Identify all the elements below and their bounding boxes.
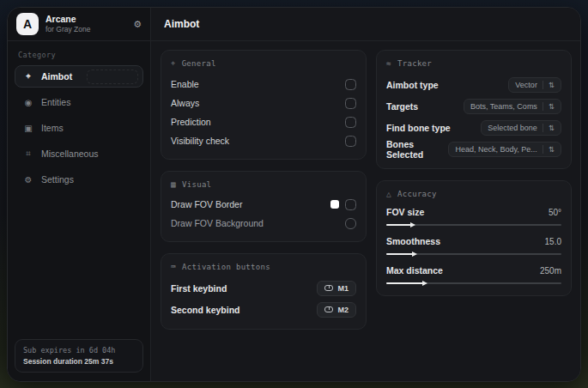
sidebar-item-settings[interactable]: ⚙ Settings	[15, 168, 143, 191]
targets-label: Targets	[386, 101, 418, 112]
aimbot-type-row: Aimbot type Vector ⇅	[386, 74, 561, 95]
smoothness-label: Smoothness	[386, 236, 440, 246]
visual-card: ▦ Visual Draw FOV Border Draw FOV Backgr…	[161, 171, 367, 242]
content: ⌖ General Enable Always Prediction	[151, 41, 580, 381]
tracker-card-header: ≈ Tracker	[386, 58, 561, 68]
second-keybind-row: Second keybind M2	[171, 299, 356, 320]
draw-fov-background-row: Draw FOV Background	[171, 214, 356, 233]
targets-row: Targets Bots, Teams, Coms ⇅	[386, 95, 561, 117]
chevron-updown-icon: ⇅	[543, 81, 555, 89]
app-window: A Arcane for Gray Zone ⚙ Category ⌖ Aimb…	[7, 7, 581, 382]
enable-row: Enable	[171, 75, 356, 94]
activation-card: ⌨ Activation buttons First keybind M1 Se…	[161, 253, 367, 330]
gear-icon[interactable]: ⚙	[133, 19, 142, 30]
sidebar-item-label: Entities	[41, 97, 70, 107]
chevron-updown-icon: ⇅	[543, 102, 555, 111]
mouse-icon	[324, 285, 333, 291]
sidebar-item-miscellaneous[interactable]: ⌗ Miscellaneous	[15, 142, 143, 165]
sidebar: A Arcane for Gray Zone ⚙ Category ⌖ Aimb…	[8, 8, 151, 381]
general-card-header: ⌖ General	[171, 58, 356, 69]
activation-header-label: Activation buttons	[182, 263, 270, 271]
wave-icon: ≈	[386, 58, 391, 68]
sidebar-item-aimbot[interactable]: ⌖ Aimbot	[15, 65, 143, 88]
visual-card-header: ▦ Visual	[171, 179, 356, 189]
visibility-check-row: Visibility check	[171, 131, 356, 150]
prediction-checkbox[interactable]	[345, 117, 356, 128]
fov-border-color-swatch[interactable]	[330, 200, 339, 209]
find-bone-type-label: Find bone type	[386, 123, 451, 133]
visibility-check-checkbox[interactable]	[345, 136, 356, 147]
brand-title: Arcane	[45, 14, 90, 25]
right-column: ≈ Tracker Aimbot type Vector ⇅ Targets	[376, 50, 572, 296]
crosshair-icon: ⌖	[23, 71, 33, 82]
max-distance-value: 250m	[540, 266, 561, 276]
second-keybind-label: Second keybind	[171, 305, 240, 315]
always-checkbox[interactable]	[345, 98, 356, 109]
targets-value: Bots, Teams, Coms	[470, 102, 537, 111]
main-header: Aimbot	[151, 8, 580, 41]
second-keybind-value: M2	[337, 306, 349, 314]
draw-fov-background-label: Draw FOV Background	[171, 218, 264, 228]
max-distance-slider-row: Max distance 250m	[386, 263, 561, 284]
tracker-header-label: Tracker	[397, 59, 432, 68]
sidebar-item-entities[interactable]: ◉ Entities	[15, 91, 143, 113]
tracker-card: ≈ Tracker Aimbot type Vector ⇅ Targets	[376, 50, 572, 169]
fov-size-slider-fill	[386, 224, 411, 226]
sidebar-header: A Arcane for Gray Zone ⚙	[8, 8, 150, 41]
max-distance-label: Max distance	[386, 265, 443, 276]
activation-card-header: ⌨ Activation buttons	[171, 262, 356, 271]
draw-fov-border-row: Draw FOV Border	[171, 195, 356, 214]
accuracy-card: △ Accuracy FOV size 50°	[376, 180, 572, 296]
accuracy-header-label: Accuracy	[397, 190, 437, 198]
bones-selected-label: Bones Selected	[386, 139, 448, 160]
first-keybind-value: M1	[337, 284, 349, 293]
brand-logo: A	[16, 13, 39, 35]
visual-header-label: Visual	[182, 180, 211, 189]
smoothness-slider-row: Smoothness 15.0	[386, 233, 561, 255]
aimbot-type-select[interactable]: Vector ⇅	[508, 77, 561, 93]
bones-selected-select[interactable]: Head, Neck, Body, Pe... ⇅	[448, 142, 561, 157]
left-column: ⌖ General Enable Always Prediction	[161, 50, 367, 330]
keyboard-icon: ⌨	[171, 262, 176, 271]
aimbot-type-label: Aimbot type	[386, 80, 439, 90]
session-duration-text: Session duration 25m 37s	[23, 357, 135, 366]
sidebar-item-items[interactable]: ▣ Items	[15, 117, 143, 139]
smoothness-slider[interactable]	[386, 252, 561, 255]
draw-fov-background-checkbox[interactable]	[345, 218, 356, 229]
triangle-icon: △	[386, 189, 391, 198]
find-bone-type-row: Find bone type Selected bone ⇅	[386, 117, 561, 138]
draw-fov-border-label: Draw FOV Border	[171, 199, 242, 209]
draw-fov-border-checkbox[interactable]	[345, 199, 356, 210]
general-header-label: General	[182, 59, 216, 68]
always-label: Always	[171, 98, 199, 108]
enable-checkbox[interactable]	[345, 79, 356, 90]
items-icon: ▣	[23, 124, 33, 133]
bones-selected-row: Bones Selected Head, Neck, Body, Pe... ⇅	[386, 138, 561, 160]
always-row: Always	[171, 94, 356, 112]
targets-select[interactable]: Bots, Teams, Coms ⇅	[464, 99, 561, 114]
misc-icon: ⌗	[23, 149, 33, 159]
bones-selected-value: Head, Neck, Body, Pe...	[455, 145, 536, 154]
prediction-row: Prediction	[171, 112, 356, 131]
mouse-icon	[324, 306, 333, 312]
visibility-check-label: Visibility check	[171, 136, 229, 146]
first-keybind-row: First keybind M1	[171, 277, 356, 299]
accuracy-card-header: △ Accuracy	[386, 189, 561, 198]
entities-icon: ◉	[23, 98, 33, 107]
second-keybind-button[interactable]: M2	[317, 302, 356, 318]
find-bone-type-value: Selected bone	[488, 124, 537, 132]
max-distance-slider[interactable]	[386, 282, 561, 284]
fov-size-slider[interactable]	[386, 223, 561, 226]
smoothness-slider-fill	[386, 253, 413, 255]
aimbot-type-value: Vector	[515, 81, 537, 89]
first-keybind-label: First keybind	[171, 283, 227, 294]
sidebar-item-label: Miscellaneous	[41, 149, 99, 159]
page-title: Aimbot	[164, 18, 199, 30]
category-label: Category	[8, 41, 150, 64]
fov-size-value: 50°	[549, 208, 561, 217]
main-panel: Aimbot ⌖ General Enable Always	[151, 8, 580, 381]
enable-label: Enable	[171, 79, 199, 89]
find-bone-type-select[interactable]: Selected bone ⇅	[481, 120, 561, 136]
sidebar-item-label: Items	[41, 123, 64, 133]
first-keybind-button[interactable]: M1	[317, 281, 356, 296]
